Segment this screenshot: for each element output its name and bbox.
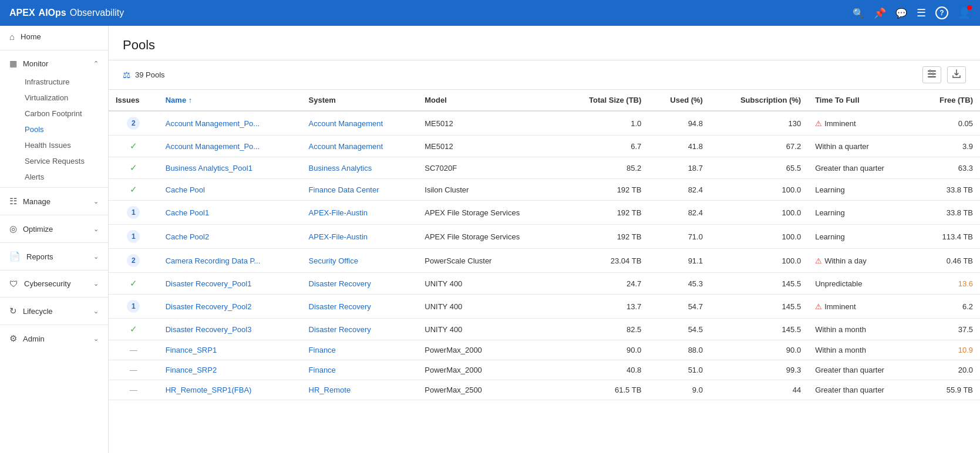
- system-link[interactable]: HR_Remote: [309, 386, 351, 394]
- cell-system[interactable]: Disaster Recovery: [302, 319, 418, 340]
- pool-name-link[interactable]: Disaster Recovery_Pool3: [166, 325, 252, 334]
- system-link[interactable]: Business Analytics: [309, 164, 372, 173]
- cell-issues: ✓: [109, 136, 159, 157]
- cell-name[interactable]: HR_Remote_SRP1(FBA): [159, 380, 302, 400]
- cell-system[interactable]: APEX-File-Austin: [302, 225, 418, 249]
- system-link[interactable]: Disaster Recovery: [309, 302, 371, 311]
- cell-subscription: 44: [710, 380, 808, 400]
- pools-table-wrapper: Issues Name ↑ System Model Total Size (T…: [109, 90, 980, 453]
- pool-name-link[interactable]: Disaster Recovery_Pool1: [166, 279, 252, 288]
- sidebar-cybersecurity-label: Cybersecurity: [24, 279, 70, 288]
- cell-model: PowerMax_2000: [417, 360, 561, 380]
- cell-system[interactable]: APEX-File-Austin: [302, 201, 418, 225]
- cell-system[interactable]: Business Analytics: [302, 157, 418, 179]
- sidebar-item-service-requests[interactable]: Service Requests: [0, 153, 108, 169]
- cell-subscription: 145.5: [710, 319, 808, 340]
- pool-name-link[interactable]: Finance_SRP1: [166, 346, 217, 354]
- cell-system[interactable]: Finance: [302, 360, 418, 380]
- col-model[interactable]: Model: [417, 90, 561, 111]
- sidebar-item-alerts[interactable]: Alerts: [0, 169, 108, 185]
- pool-name-link[interactable]: Finance_SRP2: [166, 366, 217, 374]
- pool-name-link[interactable]: Disaster Recovery_Pool2: [166, 302, 252, 311]
- sidebar-item-pools[interactable]: Pools: [0, 121, 108, 137]
- pool-name-link[interactable]: Cache Pool2: [166, 232, 209, 241]
- pool-name-link[interactable]: Cache Pool1: [166, 208, 209, 217]
- sidebar-item-admin[interactable]: ⚙ Admin ⌄: [0, 327, 108, 350]
- sidebar-item-manage[interactable]: ☷ Manage ⌄: [0, 190, 108, 212]
- system-link[interactable]: Finance: [309, 366, 336, 374]
- cell-name[interactable]: Business Analytics_Pool1: [159, 157, 302, 179]
- chat-icon[interactable]: 💬: [895, 8, 907, 19]
- page-header: Pools: [109, 26, 980, 60]
- cell-name[interactable]: Disaster Recovery_Pool2: [159, 295, 302, 319]
- export-button[interactable]: [947, 66, 966, 83]
- cell-system[interactable]: Account Management: [302, 111, 418, 136]
- cell-name[interactable]: Finance_SRP1: [159, 340, 302, 360]
- sidebar-item-monitor[interactable]: ▦ Monitor ⌃: [0, 53, 108, 74]
- cell-total-size: 40.8: [561, 360, 648, 380]
- cell-system[interactable]: Finance: [302, 340, 418, 360]
- cell-used: 54.7: [648, 295, 710, 319]
- system-link[interactable]: Account Management: [309, 142, 383, 151]
- cell-name[interactable]: Account Management_Po...: [159, 111, 302, 136]
- cell-name[interactable]: Disaster Recovery_Pool1: [159, 273, 302, 295]
- col-subscription[interactable]: Subscription (%): [710, 90, 808, 111]
- cell-subscription: 100.0: [710, 225, 808, 249]
- col-total-size[interactable]: Total Size (TB): [561, 90, 648, 111]
- col-used[interactable]: Used (%): [648, 90, 710, 111]
- cell-name[interactable]: Finance_SRP2: [159, 360, 302, 380]
- cell-system[interactable]: Account Management: [302, 136, 418, 157]
- system-link[interactable]: Account Management: [309, 119, 383, 128]
- cell-system[interactable]: Disaster Recovery: [302, 273, 418, 295]
- sidebar-item-carbon-footprint[interactable]: Carbon Footprint: [0, 106, 108, 121]
- list-icon[interactable]: ☰: [917, 6, 926, 19]
- cell-name[interactable]: Disaster Recovery_Pool3: [159, 319, 302, 340]
- cell-name[interactable]: Cache Pool2: [159, 225, 302, 249]
- system-link[interactable]: APEX-File-Austin: [309, 208, 368, 217]
- system-link[interactable]: Disaster Recovery: [309, 325, 371, 334]
- svg-rect-3: [930, 70, 931, 72]
- toolbar-actions: [922, 66, 966, 83]
- cell-name[interactable]: Cache Pool1: [159, 201, 302, 225]
- cell-system[interactable]: Finance Data Center: [302, 179, 418, 201]
- sidebar-item-virtualization[interactable]: Virtualization: [0, 90, 108, 106]
- col-time-to-full[interactable]: Time To Full: [808, 90, 917, 111]
- pool-name-link[interactable]: Business Analytics_Pool1: [166, 164, 252, 173]
- user-icon[interactable]: 👤: [958, 6, 971, 19]
- table-row: ✓Cache PoolFinance Data CenterIsilon Clu…: [109, 179, 980, 201]
- cell-system[interactable]: Security Office: [302, 249, 418, 273]
- cell-system[interactable]: Disaster Recovery: [302, 295, 418, 319]
- sidebar-item-infrastructure[interactable]: Infrastructure: [0, 74, 108, 90]
- system-link[interactable]: APEX-File-Austin: [309, 232, 368, 241]
- cell-name[interactable]: Account Management_Po...: [159, 136, 302, 157]
- pool-name-link[interactable]: Account Management_Po...: [166, 119, 260, 128]
- col-free[interactable]: Free (TB): [917, 90, 980, 111]
- search-icon[interactable]: 🔍: [853, 8, 864, 19]
- system-link[interactable]: Disaster Recovery: [309, 279, 371, 288]
- col-system[interactable]: System: [302, 90, 418, 111]
- help-icon[interactable]: ?: [935, 6, 948, 19]
- sidebar-item-cybersecurity[interactable]: 🛡 Cybersecurity ⌄: [0, 273, 108, 295]
- pool-name-link[interactable]: HR_Remote_SRP1(FBA): [166, 386, 252, 394]
- col-name[interactable]: Name ↑: [159, 90, 302, 111]
- cell-name[interactable]: Cache Pool: [159, 179, 302, 201]
- cell-system[interactable]: HR_Remote: [302, 380, 418, 400]
- system-link[interactable]: Finance: [309, 346, 336, 354]
- cell-subscription: 100.0: [710, 179, 808, 201]
- pool-name-link[interactable]: Camera Recording Data P...: [166, 256, 261, 265]
- sidebar-item-lifecycle[interactable]: ↻ Lifecycle ⌄: [0, 300, 108, 322]
- cell-subscription: 90.0: [710, 340, 808, 360]
- pin-icon[interactable]: 📌: [874, 7, 886, 19]
- col-issues[interactable]: Issues: [109, 90, 159, 111]
- monitor-chevron: ⌃: [93, 60, 99, 67]
- system-link[interactable]: Finance Data Center: [309, 185, 379, 194]
- sidebar-item-home[interactable]: ⌂ Home: [0, 26, 108, 48]
- sidebar-item-health-issues[interactable]: Health Issues: [0, 137, 108, 153]
- sidebar-item-optimize[interactable]: ◎ Optimize ⌄: [0, 218, 108, 240]
- cell-name[interactable]: Camera Recording Data P...: [159, 249, 302, 273]
- sidebar-item-reports[interactable]: 📄 Reports ⌄: [0, 245, 108, 268]
- pool-name-link[interactable]: Cache Pool: [166, 185, 205, 194]
- system-link[interactable]: Security Office: [309, 256, 358, 265]
- pool-name-link[interactable]: Account Management_Po...: [166, 142, 260, 151]
- column-settings-button[interactable]: [922, 66, 941, 83]
